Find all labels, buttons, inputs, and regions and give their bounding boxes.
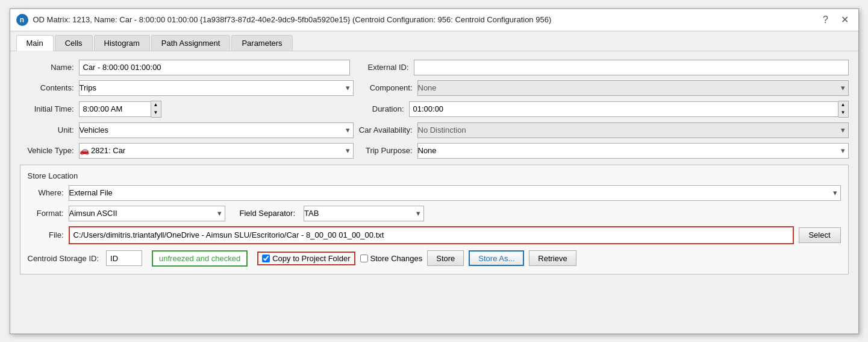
name-left: Name: [20,60,350,75]
time-down-button[interactable]: ▼ [151,109,161,117]
store-changes-wrapper: Store Changes [360,254,423,263]
tab-path-assignment[interactable]: Path Assignment [151,35,231,51]
vehicle-type-select[interactable]: 🚗 2821: Car [79,143,354,159]
unit-select-wrapper: Vehicles [79,122,354,138]
trip-purpose-select[interactable]: None [417,143,849,159]
bottom-row: Centroid Storage ID: unfreezed and check… [28,250,841,267]
external-id-input[interactable] [414,60,849,75]
centroid-storage-label: Centroid Storage ID: [28,254,99,263]
contents-row: Contents: Trips Component: None [20,80,849,96]
initial-time-input[interactable] [79,101,151,117]
copy-to-project-wrapper: Copy to Project Folder [257,252,355,265]
unit-row: Unit: Vehicles Car Availability: No Dist… [20,122,849,138]
title-bar-controls: ? ✕ [819,13,852,27]
duration-label: Duration: [350,104,404,113]
time-up-button[interactable]: ▲ [151,101,161,109]
store-location-group: Store Location Where: External File Form… [20,165,849,274]
window-title: OD Matrix: 1213, Name: Car - 8:00:00 01:… [33,15,552,24]
duration-input[interactable] [409,101,838,117]
tab-main[interactable]: Main [16,35,54,51]
unit-left: Unit: Vehicles [20,122,354,138]
file-input[interactable] [70,227,793,243]
store-as-button[interactable]: Store As... [469,250,524,266]
contents-left: Contents: Trips [20,80,354,96]
contents-right: Component: None [358,80,849,96]
tab-bar: Main Cells Histogram Path Assignment Par… [10,31,858,51]
field-sep-select-wrapper: TAB [304,206,424,221]
duration-up-button[interactable]: ▲ [838,101,848,109]
select-button[interactable]: Select [799,227,841,243]
trip-purpose-label: Trip Purpose: [358,146,413,155]
tooltip-box: unfreezed and checked [152,250,248,267]
retrieve-button[interactable]: Retrieve [529,250,576,266]
car-avail-select[interactable]: No Distinction [417,122,849,138]
vehicle-row: Vehicle Type: 🚗 2821: Car Trip Purpose: … [20,143,849,159]
tab-parameters[interactable]: Parameters [231,35,292,51]
where-select[interactable]: External File [69,185,841,201]
tab-cells[interactable]: Cells [55,35,93,51]
unit-right: Car Availability: No Distinction [358,122,849,138]
duration-spinner-buttons: ▲ ▼ [838,101,849,118]
title-bar-left: n OD Matrix: 1213, Name: Car - 8:00:00 0… [16,14,552,26]
trip-purpose-select-wrapper: None [417,143,849,159]
where-row: Where: External File [28,185,841,201]
file-row: File: Select [28,226,841,244]
title-bar: n OD Matrix: 1213, Name: Car - 8:00:00 0… [10,9,858,31]
field-sep-select[interactable]: TAB [304,206,424,221]
format-select-wrapper: Aimsun ASCII [69,206,225,221]
time-right: Duration: ▲ ▼ [350,101,849,118]
file-label: File: [28,230,64,239]
centroid-storage-input[interactable] [106,250,142,266]
name-row: Name: External ID: [20,60,849,75]
store-button[interactable]: Store [427,250,464,266]
close-button[interactable]: ✕ [838,13,852,27]
car-avail-label: Car Availability: [358,125,413,135]
component-select-wrapper: None [417,80,849,96]
main-content: Name: External ID: Contents: Trips Compo… [10,51,858,283]
format-select[interactable]: Aimsun ASCII [69,206,225,221]
field-sep-label: Field Separator: [240,209,296,218]
store-changes-label: Store Changes [370,254,423,263]
store-location-title: Store Location [28,171,841,180]
help-button[interactable]: ? [819,13,833,27]
file-input-wrapper [69,226,794,244]
component-select[interactable]: None [417,80,849,96]
time-left: Initial Time: ▲ ▼ [20,101,345,118]
app-icon: n [16,14,28,26]
copy-to-project-checkbox[interactable] [262,255,270,262]
store-changes-checkbox[interactable] [360,255,368,262]
format-label: Format: [28,209,64,218]
unit-label: Unit: [20,125,74,135]
name-input[interactable] [79,60,350,75]
external-id-label: External ID: [355,63,409,72]
contents-label: Contents: [20,83,74,92]
duration-spinner: ▲ ▼ [409,101,849,118]
vehicle-type-label: Vehicle Type: [20,146,74,155]
time-spinner-buttons: ▲ ▼ [151,101,161,118]
initial-time-spinner: ▲ ▼ [79,101,161,118]
initial-time-label: Initial Time: [20,104,74,113]
where-label: Where: [28,188,64,197]
contents-select-wrapper: Trips [79,80,354,96]
name-label: Name: [20,63,74,72]
unit-select[interactable]: Vehicles [79,122,354,138]
component-label: Component: [358,83,413,92]
duration-down-button[interactable]: ▼ [838,109,848,117]
car-avail-select-wrapper: No Distinction [417,122,849,138]
vehicle-right: Trip Purpose: None [358,143,849,159]
where-select-wrapper: External File [69,185,841,201]
time-row: Initial Time: ▲ ▼ Duration: ▲ ▼ [20,101,849,118]
vehicle-left: Vehicle Type: 🚗 2821: Car [20,143,354,159]
tab-histogram[interactable]: Histogram [94,35,150,51]
copy-to-project-label: Copy to Project Folder [272,254,350,263]
name-right: External ID: [355,60,849,75]
contents-select[interactable]: Trips [79,80,354,96]
format-row: Format: Aimsun ASCII Field Separator: TA… [28,206,841,221]
vehicle-type-select-wrapper: 🚗 2821: Car [79,143,354,159]
main-window: n OD Matrix: 1213, Name: Car - 8:00:00 0… [10,8,859,334]
